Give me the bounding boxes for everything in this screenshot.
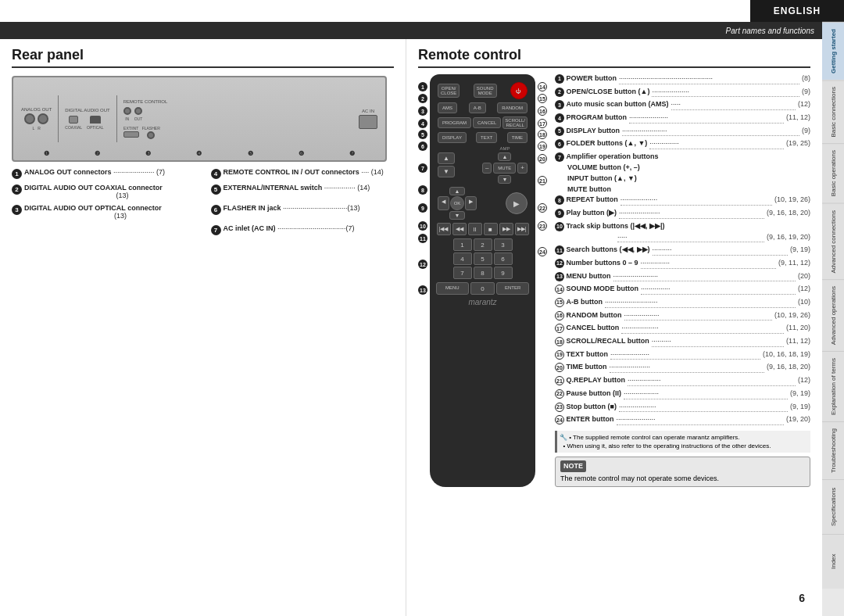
rear-label-7: 7 AC inlet (AC IN) ·····················…	[211, 224, 395, 235]
play-button[interactable]: ▶	[506, 192, 528, 214]
remote-body: OPEN/CLOSE SOUNDMODE ⏻ AMS A-B RANDOM	[430, 74, 535, 487]
remote-labels-column: 1 POWER button ·························…	[555, 74, 810, 487]
remote-label-repeat: 8 REPEAT button ··················· (10,…	[555, 195, 810, 207]
search-fwd-button[interactable]: ▶▶	[499, 223, 513, 235]
enter-center-button[interactable]: OK	[450, 196, 464, 210]
rear-label-6: 6 FLASHER IN jack ······················…	[211, 204, 395, 220]
num-5-button[interactable]: 5	[474, 252, 492, 265]
remote-label-play: 9 Play button (▶) ····················· …	[555, 209, 810, 220]
remote-label-menu: 13 MENU button ······················· (…	[555, 272, 810, 284]
sidebar: Getting started Basic connections Basic …	[822, 22, 844, 616]
remote-label-track-skip: 10 Track skip buttons (|◀◀, ▶▶|)	[555, 222, 810, 231]
menu-button[interactable]: MENU	[436, 282, 469, 295]
part-names-bar: Part names and functions	[0, 22, 822, 39]
num-2-button[interactable]: 2	[474, 238, 492, 251]
sidebar-tab-explanation[interactable]: Explanation of terms	[822, 351, 844, 421]
program-button[interactable]: PROGRAM	[438, 117, 471, 128]
remote-label-stop: 23 Stop button (■) ··················· (…	[555, 403, 810, 414]
rear-label-2: 2 DIGITAL AUDIO OUT COAXIAL connector (1…	[12, 184, 195, 199]
remote-num-24: 24	[538, 247, 547, 256]
rear-panel-title: Rear panel	[12, 47, 394, 68]
rear-label-1: 1 ANALOG OUT connectors ················…	[12, 168, 195, 179]
up-button[interactable]: ▲	[449, 187, 466, 195]
remote-num-4: 4	[418, 119, 427, 128]
time-button[interactable]: TIME	[507, 132, 528, 143]
enter-button[interactable]: ENTER	[496, 282, 529, 295]
rear-panel-labels: 1 ANALOG OUT connectors ················…	[12, 168, 394, 238]
note-box: NOTE The remote control may not operate …	[555, 457, 810, 487]
num-8-button[interactable]: 8	[474, 267, 492, 279]
input-down-button[interactable]: ▼	[498, 175, 511, 184]
num-0-button[interactable]: 0	[470, 282, 495, 295]
sidebar-tab-index[interactable]: Index	[822, 534, 844, 589]
num-3-button[interactable]: 3	[494, 238, 513, 251]
num-6-button[interactable]: 6	[494, 252, 513, 265]
remote-num-14: 14	[538, 82, 547, 91]
remote-label-open-close: 2 OPEN/CLOSE button (▲) ················…	[555, 88, 810, 99]
sidebar-tab-basic-connections[interactable]: Basic connections	[822, 80, 844, 143]
volume-minus-button[interactable]: –	[482, 163, 492, 174]
main-content: Rear panel ANALOG OUT L R DIGITAL AUDIO …	[0, 39, 822, 616]
search-back-button[interactable]: ◀◀	[452, 223, 467, 235]
ams-button[interactable]: AMS	[438, 102, 457, 113]
input-up-button[interactable]: ▲	[498, 152, 511, 161]
language-label: ENGLISH	[774, 5, 821, 16]
scroll-recall-button[interactable]: SCROLL/RECALL	[502, 116, 528, 129]
num-7-button[interactable]: 7	[453, 267, 472, 279]
part-names-label: Part names and functions	[726, 27, 814, 35]
rear-label-4: 4 REMOTE CONTROL IN / OUT connectors ···…	[211, 168, 395, 179]
ab-button[interactable]: A-B	[469, 102, 486, 113]
remote-num-8: 8	[418, 185, 427, 195]
num-1-button[interactable]: 1	[453, 238, 472, 251]
left-button[interactable]: ◀	[438, 196, 449, 210]
sidebar-tab-specifications[interactable]: Specifications	[822, 479, 844, 534]
remote-label-ams: 3 Auto music scan button (AMS) ····· (12…	[555, 100, 810, 112]
remote-num-3: 3	[418, 106, 427, 116]
stop-button[interactable]: ■	[484, 223, 498, 235]
sidebar-tab-advanced-connections[interactable]: Advanced connections	[822, 203, 844, 280]
right-button[interactable]: ▶	[465, 196, 477, 210]
remote-num-13: 13	[418, 285, 427, 295]
down-button[interactable]: ▼	[449, 211, 466, 220]
rear-label-3: 3 DIGITAL AUDIO OUT OPTICAL connector (1…	[12, 204, 195, 220]
remote-num-21: 21	[538, 176, 547, 185]
sidebar-tab-advanced-operations[interactable]: Advanced operations	[822, 279, 844, 351]
remote-label-sound-mode: 14 SOUND MODE button ··············· (12…	[555, 285, 810, 296]
remote-num-9: 9	[418, 203, 427, 213]
remote-label-numbers: 12 Number buttons 0 – 9 ··············· …	[555, 259, 810, 270]
power-button[interactable]: ⏻	[510, 82, 528, 99]
mute-button[interactable]: MUTE	[493, 163, 516, 174]
remote-label-enter: 24 ENTER button ···················· (19…	[555, 415, 810, 427]
remote-label-program: 4 PROGRAM button ···················· (1…	[555, 113, 810, 125]
sound-mode-button[interactable]: SOUNDMODE	[474, 84, 497, 98]
sidebar-tab-getting-started[interactable]: Getting started	[822, 22, 844, 80]
pause-button[interactable]: II	[468, 223, 482, 235]
sidebar-tab-basic-operations[interactable]: Basic operations	[822, 143, 844, 202]
remote-label-display: 5 DISPLAY button ·······················…	[555, 127, 810, 138]
skip-back-button[interactable]: |◀◀	[437, 223, 451, 235]
remote-label-amplifier: 7 Amplifier operation buttons	[555, 152, 810, 162]
page-number: 6	[799, 592, 805, 604]
rear-panel-illustration: ANALOG OUT L R DIGITAL AUDIO OUT COAXIAL	[12, 76, 387, 162]
text-button[interactable]: TEXT	[476, 132, 497, 143]
remote-num-20: 20	[538, 154, 547, 163]
display-button[interactable]: DISPLAY	[438, 132, 467, 143]
rear-panel-section: Rear panel ANALOG OUT L R DIGITAL AUDIO …	[0, 39, 406, 616]
remote-label-pause: 22 Pause button (II) ·················· …	[555, 389, 810, 401]
remote-label-qreplay: 21 Q.REPLAY button ················· (12…	[555, 376, 810, 388]
cancel-button[interactable]: CANCEL	[473, 117, 501, 128]
folder-up-button[interactable]: ▲	[438, 152, 455, 164]
remote-num-19: 19	[538, 141, 547, 151]
folder-down-button[interactable]: ▼	[438, 166, 455, 177]
num-4-button[interactable]: 4	[453, 252, 472, 265]
num-9-button[interactable]: 9	[494, 267, 513, 279]
random-button[interactable]: RANDOM	[497, 102, 528, 113]
skip-fwd-button[interactable]: ▶▶|	[515, 223, 529, 235]
wrench-note: 🔧 • The supplied remote control can oper…	[555, 431, 810, 453]
remote-label-random: 16 RANDOM button ·················· (10,…	[555, 311, 810, 323]
volume-plus-button[interactable]: +	[517, 163, 528, 174]
sidebar-tab-troubleshooting[interactable]: Troubleshooting	[822, 421, 844, 479]
remote-num-11: 11	[418, 234, 427, 243]
open-close-button[interactable]: OPEN/CLOSE	[438, 84, 460, 98]
remote-num-22: 22	[538, 203, 547, 213]
